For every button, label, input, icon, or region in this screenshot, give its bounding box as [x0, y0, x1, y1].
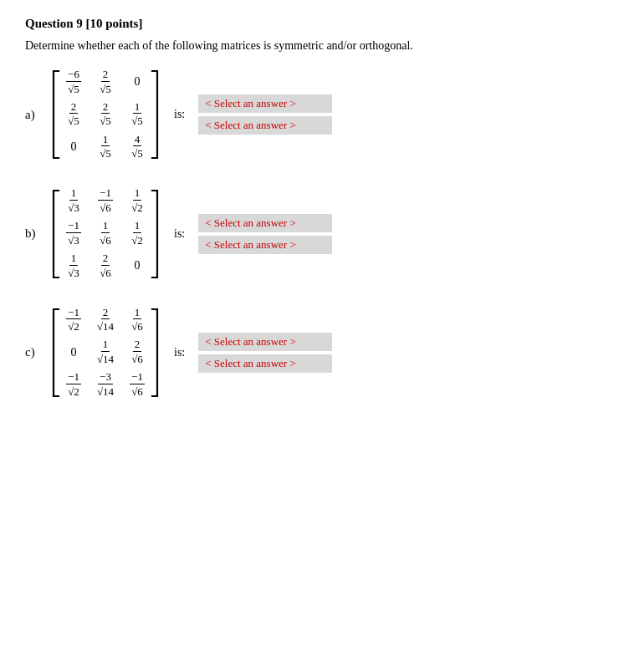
cell-a-11: 2√5	[94, 100, 117, 130]
is-label-c: is:	[174, 346, 185, 359]
part-a-matrix-grid: −6√5 2√5 0 2√5 2√5 1√5 0 1√5 4√5	[62, 68, 149, 161]
question-title: Question 9 [10 points]	[25, 17, 599, 31]
cell-a-10: 2√5	[62, 100, 85, 130]
cell-a-21: 1√5	[94, 133, 117, 162]
part-b-select-1[interactable]: < Select an answer >	[198, 214, 332, 232]
part-c-matrix-grid: −1√2 2√14 1√6 0 1√14 2√6 −1√2 −3√14 −1√6	[62, 306, 149, 400]
part-b-label: b)	[25, 227, 42, 241]
part-c-matrix: −1√2 2√14 1√6 0 1√14 2√6 −1√2 −3√14 −1√6	[50, 306, 161, 400]
cell-c-02: 1√6	[125, 306, 149, 335]
part-a-selects: < Select an answer > < Select an answer …	[198, 94, 332, 135]
cell-b-21: 2√6	[94, 252, 117, 281]
cell-c-01: 2√14	[94, 306, 117, 335]
cell-a-01: 2√5	[94, 68, 117, 97]
cell-b-12: 1√2	[125, 219, 149, 248]
cell-c-10: 0	[62, 346, 85, 359]
cell-c-22: −1√6	[125, 370, 149, 400]
part-b-matrix-grid: 1√3 −1√6 1√2 −1√3 1√6 1√2 1√3 2√6 0	[62, 186, 149, 280]
is-label-b: is:	[174, 227, 185, 241]
part-c-label: c)	[25, 345, 42, 359]
part-c-select-2[interactable]: < Select an answer >	[198, 354, 332, 373]
part-b-matrix: 1√3 −1√6 1√2 −1√3 1√6 1√2 1√3 2√6 0	[50, 186, 161, 280]
cell-c-00: −1√2	[62, 306, 85, 335]
cell-a-20: 0	[62, 140, 85, 154]
right-bracket-c	[149, 307, 161, 399]
part-b-row: b) 1√3 −1√6 1√2 −1√3 1√6 1√2 1√3 2√6 0 i…	[25, 186, 599, 280]
is-label-a: is:	[174, 108, 185, 121]
cell-a-22: 4√5	[125, 133, 149, 162]
cell-a-12: 1√5	[125, 100, 149, 130]
part-b-selects: < Select an answer > < Select an answer …	[198, 214, 332, 254]
left-bracket-a	[50, 69, 62, 160]
cell-b-10: −1√3	[62, 219, 85, 248]
right-bracket-a	[149, 69, 161, 160]
cell-b-22: 0	[125, 259, 149, 272]
part-a-matrix: −6√5 2√5 0 2√5 2√5 1√5 0 1√5 4√5	[50, 68, 161, 161]
left-bracket-c	[50, 307, 62, 399]
right-bracket-b	[149, 188, 161, 280]
cell-c-11: 1√14	[94, 338, 117, 367]
left-bracket-b	[50, 188, 62, 280]
cell-b-02: 1√2	[125, 186, 149, 216]
cell-a-02: 0	[125, 75, 149, 89]
cell-b-01: −1√6	[94, 186, 117, 216]
cell-a-00: −6√5	[62, 68, 85, 97]
part-a-label: a)	[25, 108, 42, 122]
part-c-row: c) −1√2 2√14 1√6 0 1√14 2√6 −1√2 −3√14 −…	[25, 306, 599, 400]
cell-b-00: 1√3	[62, 186, 85, 216]
cell-b-11: 1√6	[94, 219, 117, 248]
cell-c-20: −1√2	[62, 370, 85, 400]
question-description: Determine whether each of the following …	[25, 39, 599, 53]
cell-b-20: 1√3	[62, 252, 85, 281]
cell-c-21: −3√14	[94, 370, 117, 400]
cell-c-12: 2√6	[125, 338, 149, 367]
part-a-row: a) −6√5 2√5 0 2√5 2√5 1√5 0 1√5 4√5 is: …	[25, 68, 599, 161]
part-a-select-2[interactable]: < Select an answer >	[198, 116, 332, 135]
part-c-select-1[interactable]: < Select an answer >	[198, 333, 332, 351]
part-c-selects: < Select an answer > < Select an answer …	[198, 333, 332, 373]
part-a-select-1[interactable]: < Select an answer >	[198, 94, 332, 113]
part-b-select-2[interactable]: < Select an answer >	[198, 236, 332, 254]
